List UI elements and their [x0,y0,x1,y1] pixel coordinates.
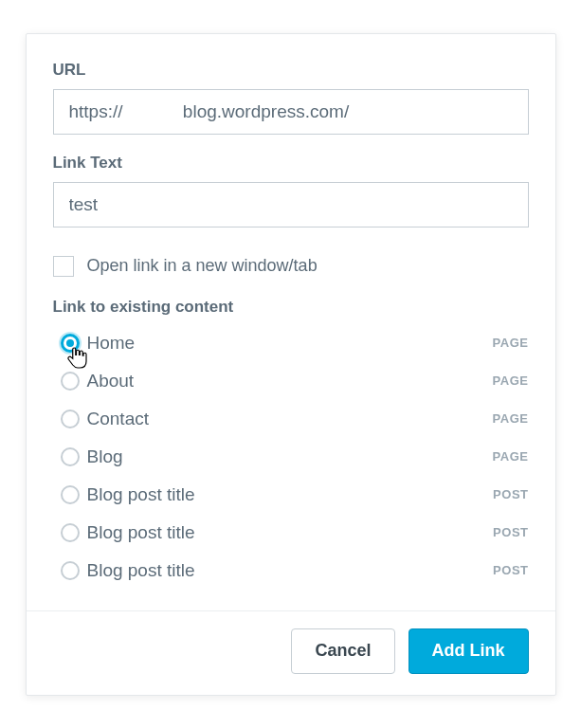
content-item-blog[interactable]: Blog PAGE [53,440,529,474]
radio-selected-icon[interactable] [61,334,80,353]
content-item-home[interactable]: Home PAGE [53,326,529,360]
content-item-type: PAGE [493,411,529,426]
content-item-type: POST [493,563,528,577]
content-item-label: Blog post title [87,484,494,505]
link-text-label: Link Text [53,154,529,173]
existing-content-list: Home PAGE About PAGE Contact PAGE Blog P… [53,326,529,588]
radio-icon[interactable] [61,372,80,391]
link-text-input[interactable] [53,182,529,228]
radio-icon[interactable] [61,410,80,428]
content-item-label: Home [87,333,493,354]
add-link-button[interactable]: Add Link [409,628,529,674]
divider [27,610,555,611]
existing-content-heading: Link to existing content [53,298,529,317]
open-new-tab-label: Open link in a new window/tab [87,256,318,276]
content-item-post[interactable]: Blog post title POST [53,554,529,588]
radio-icon[interactable] [61,561,80,580]
content-item-about[interactable]: About PAGE [53,364,529,398]
content-item-post[interactable]: Blog post title POST [53,516,529,550]
radio-icon[interactable] [61,523,80,542]
content-item-label: About [87,371,493,391]
cancel-button[interactable]: Cancel [291,628,394,674]
url-label: URL [53,61,529,80]
content-item-type: POST [493,525,528,539]
open-new-tab-checkbox[interactable] [53,256,74,277]
content-item-label: Blog [87,446,493,467]
content-item-type: PAGE [493,336,529,350]
content-item-contact[interactable]: Contact PAGE [53,402,529,436]
radio-icon[interactable] [61,447,80,466]
content-item-type: PAGE [493,373,529,388]
content-item-type: POST [493,487,528,501]
url-input[interactable] [53,89,529,135]
content-item-label: Blog post title [87,522,494,543]
content-item-post[interactable]: Blog post title POST [53,478,529,512]
open-new-tab-row[interactable]: Open link in a new window/tab [53,256,529,277]
url-group: URL [53,61,529,135]
content-item-type: PAGE [493,449,529,464]
link-dialog: URL Link Text Open link in a new window/… [26,33,556,696]
content-item-label: Contact [87,409,493,429]
dialog-actions: Cancel Add Link [53,628,529,674]
radio-icon[interactable] [61,485,80,504]
link-text-group: Link Text [53,154,529,228]
content-item-label: Blog post title [87,560,494,581]
